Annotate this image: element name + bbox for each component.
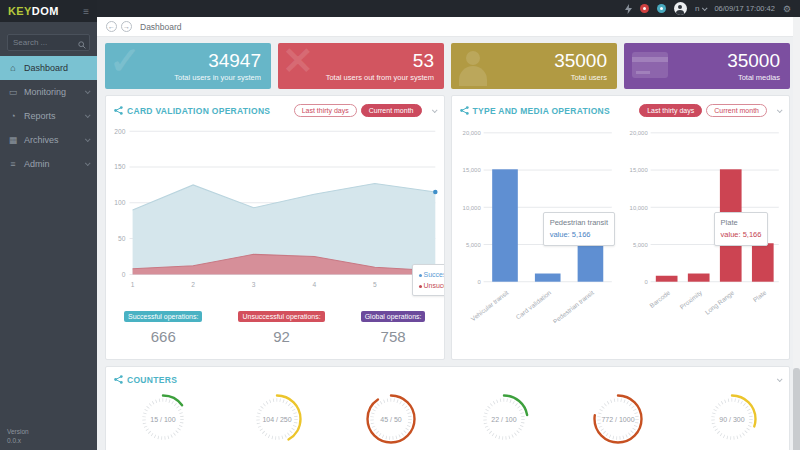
flash-icon[interactable] — [625, 4, 632, 14]
svg-text:Barcode: Barcode — [648, 289, 671, 309]
range-pills: Last thirty days Current month — [294, 104, 422, 117]
range-pills: Last thirty days Current month — [639, 104, 767, 117]
panel-header: TYPE AND MEDIA OPERATIONS Last thirty da… — [452, 96, 790, 121]
global-operations-stat: Global operations: 758 — [361, 305, 426, 345]
svg-text:4: 4 — [312, 281, 316, 288]
svg-text:200: 200 — [114, 128, 125, 135]
last-thirty-days-pill[interactable]: Last thirty days — [639, 104, 702, 117]
svg-text:15,000: 15,000 — [462, 167, 481, 173]
breadcrumb-bar: ← → Dashboard — [97, 17, 800, 37]
svg-text:Vehicular transit: Vehicular transit — [469, 289, 509, 323]
svg-text:Proximity: Proximity — [678, 288, 704, 311]
sidebar-search — [7, 31, 90, 51]
svg-text:100: 100 — [114, 199, 125, 206]
svg-text:10,000: 10,000 — [462, 205, 481, 211]
share-icon — [460, 106, 469, 115]
sidebar: KEYDOM ≡ ⌂ Dashboard ▭ Monitoring ◔ Repo… — [0, 0, 97, 450]
notifications-icon[interactable] — [640, 4, 649, 13]
stat-value: 758 — [361, 328, 426, 345]
back-button[interactable]: ← — [106, 21, 117, 32]
svg-text:5,000: 5,000 — [465, 242, 480, 248]
transit-bar-chart[interactable]: 05,00010,00015,00020,000Vehicular transi… — [458, 121, 616, 327]
last-thirty-days-pill[interactable]: Last thirty days — [294, 104, 357, 117]
avatar[interactable] — [674, 2, 687, 15]
card-users-in: ✓ 34947 Total users in your system — [105, 43, 271, 89]
svg-text:Long Range: Long Range — [704, 289, 737, 317]
gear-icon[interactable]: ⚙ — [783, 4, 791, 14]
svg-text:15,000: 15,000 — [630, 167, 649, 173]
card-label: Total medias — [738, 73, 780, 82]
counter-gauge: 104 / 250Counter2 — [220, 391, 334, 450]
user-icon — [459, 51, 489, 85]
scrollbar-track[interactable] — [793, 17, 800, 450]
status-badge: Successful operations: — [124, 311, 202, 322]
panel-header: CARD VALIDATION OPERATIONS Last thirty d… — [106, 96, 444, 121]
report-icon: ◔ — [8, 111, 18, 121]
svg-text:1: 1 — [131, 281, 135, 288]
unsuccessful-operations-stat: Unsuccessful operations: 92 — [238, 305, 324, 345]
svg-text:3: 3 — [252, 281, 256, 288]
sidebar-item-monitoring[interactable]: ▭ Monitoring — [0, 80, 97, 104]
sidebar-item-archives[interactable]: ▦ Archives — [0, 128, 97, 152]
panel-title: COUNTERS — [127, 375, 177, 385]
forward-button[interactable]: → — [121, 21, 132, 32]
area-chart[interactable]: 050100150200123456 — [106, 121, 444, 301]
breadcrumb: Dashboard — [140, 22, 182, 32]
card-total-medias: 35000 Total medias — [624, 43, 790, 89]
counter-gauge: 772 / 1000Counter5 — [561, 391, 675, 450]
search-icon[interactable] — [78, 35, 86, 53]
panel-title: CARD VALIDATION OPERATIONS — [127, 106, 270, 116]
svg-text:104 / 250: 104 / 250 — [262, 415, 291, 422]
scrollbar-thumb[interactable] — [793, 368, 800, 450]
version-info: Version 0.0.x — [7, 427, 29, 447]
sidebar-nav: ⌂ Dashboard ▭ Monitoring ◔ Reports ▦ Arc… — [0, 56, 97, 176]
svg-text:0: 0 — [645, 279, 649, 285]
logo-bar: KEYDOM ≡ — [0, 0, 97, 22]
svg-text:2: 2 — [191, 281, 195, 288]
messages-icon[interactable] — [657, 4, 666, 13]
collapse-chevron-icon[interactable] — [777, 376, 783, 382]
share-icon — [114, 106, 123, 115]
current-month-pill[interactable]: Current month — [706, 104, 767, 117]
archive-icon: ▦ — [8, 135, 18, 145]
panel-title: TYPE AND MEDIA OPERATIONS — [473, 106, 611, 116]
share-icon — [114, 375, 123, 384]
list-icon: ≡ — [8, 159, 18, 169]
svg-text:20,000: 20,000 — [462, 130, 481, 136]
type-media-panel: TYPE AND MEDIA OPERATIONS Last thirty da… — [451, 95, 791, 360]
topbar: n 06/09/17 17:00:42 ⚙ — [97, 0, 800, 17]
sidebar-item-reports[interactable]: ◔ Reports — [0, 104, 97, 128]
datetime-display: 06/09/17 17:00:42 — [714, 4, 774, 13]
cross-icon: ✕ — [282, 43, 314, 83]
current-month-pill[interactable]: Current month — [361, 104, 422, 117]
sidebar-item-dashboard[interactable]: ⌂ Dashboard — [0, 56, 97, 80]
collapse-chevron-icon[interactable] — [777, 107, 783, 113]
svg-text:45 / 50: 45 / 50 — [380, 415, 402, 422]
successful-operations-stat: Successful operations: 666 — [124, 305, 202, 345]
collapse-chevron-icon[interactable] — [431, 107, 437, 113]
card-label: Total users — [571, 73, 607, 82]
svg-text:10,000: 10,000 — [630, 205, 649, 211]
card-value: 53 — [413, 51, 434, 70]
svg-text:0: 0 — [477, 279, 481, 285]
svg-text:5: 5 — [373, 281, 377, 288]
sidebar-item-label: Admin — [24, 159, 50, 169]
svg-text:20,000: 20,000 — [630, 130, 649, 136]
panel-header: COUNTERS — [106, 367, 789, 389]
chevron-down-icon — [85, 160, 91, 166]
card-total-users: 35000 Total users — [451, 43, 617, 89]
svg-text:Plate: Plate — [752, 289, 768, 304]
counter-gauge: 22 / 100Counter4 — [447, 391, 561, 450]
sidebar-item-admin[interactable]: ≡ Admin — [0, 152, 97, 176]
media-bar-chart[interactable]: 05,00010,00015,00020,000BarcodeProximity… — [625, 121, 783, 327]
check-icon: ✓ — [109, 43, 141, 83]
chevron-down-icon — [85, 136, 91, 142]
svg-text:150: 150 — [114, 163, 125, 170]
keydom-dashboard: KEYDOM ≡ ⌂ Dashboard ▭ Monitoring ◔ Repo… — [0, 0, 800, 450]
sidebar-toggle-icon[interactable]: ≡ — [83, 6, 89, 17]
user-menu[interactable]: n — [695, 4, 706, 13]
home-icon: ⌂ — [8, 63, 18, 73]
bar-tooltip: Pedestrian transit value: 5,166 — [543, 212, 615, 246]
operations-stats: Successful operations: 666 Unsuccessful … — [106, 301, 444, 359]
status-badge: Global operations: — [361, 311, 426, 322]
